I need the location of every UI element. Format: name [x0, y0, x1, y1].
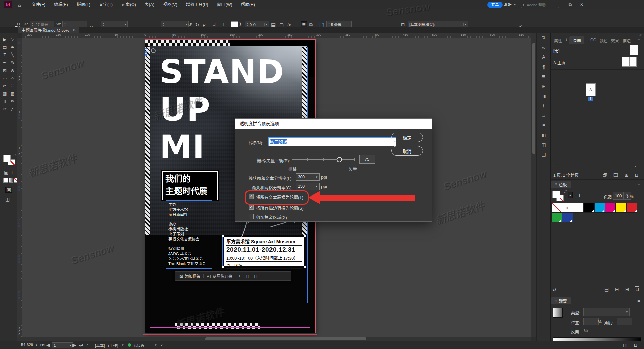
- preset-name-input[interactable]: 转曲预设: [268, 137, 396, 146]
- align-icon[interactable]: ⊞: [537, 82, 551, 91]
- preflight-preset[interactable]: [基本]: [95, 343, 105, 348]
- swatch-cyan[interactable]: [594, 203, 605, 213]
- tool-line[interactable]: ╲: [9, 51, 16, 59]
- tool-page[interactable]: ▤: [1, 43, 9, 51]
- scroll-left-icon[interactable]: ‹: [553, 165, 554, 168]
- tool-type[interactable]: T: [1, 51, 9, 59]
- tab-gradient[interactable]: ⇕渐变: [551, 297, 571, 304]
- presentation-mode-icon[interactable]: ◫: [5, 197, 10, 202]
- rotation-angle-field[interactable]: ▲▼▾: [161, 21, 189, 28]
- tab-properties[interactable]: 属性: [554, 38, 562, 43]
- fill-menu-chevron-icon[interactable]: ❯: [239, 22, 242, 26]
- tab-stroke[interactable]: 描边: [623, 38, 631, 43]
- new-color-group-icon[interactable]: ▤: [604, 287, 609, 292]
- gradient-thumbnail[interactable]: [553, 308, 563, 318]
- gradient-resolution-combo[interactable]: 150▾: [296, 183, 320, 190]
- apply-color-button[interactable]: [3, 178, 8, 183]
- anchor-handle[interactable]: [145, 54, 147, 56]
- rotate-cw-icon[interactable]: ↻: [195, 22, 199, 27]
- scale-x-field[interactable]: ▲▼▾: [101, 21, 128, 28]
- tool-hand[interactable]: ☞: [1, 105, 9, 113]
- corner-options-icon[interactable]: ⬓: [271, 22, 276, 27]
- tool-ellipse-frame[interactable]: ⊘: [9, 67, 16, 74]
- vertical-scrollbar[interactable]: [531, 33, 536, 337]
- tool-selection[interactable]: ▶: [1, 36, 9, 43]
- tab-swatches[interactable]: ⇕色板: [551, 181, 571, 188]
- page-thumbnail[interactable]: A: [586, 83, 596, 96]
- menu-item-edit[interactable]: 编辑(E): [50, 0, 72, 9]
- container-format-icon[interactable]: ▪: [568, 192, 573, 198]
- menu-item-file[interactable]: 文件(F): [27, 0, 50, 9]
- menu-item-layout[interactable]: 版面(L): [72, 0, 95, 9]
- delete-item-icon[interactable]: ⊔: [634, 343, 637, 347]
- master-none[interactable]: [无]: [553, 48, 560, 53]
- horizontal-scrollbar[interactable]: [17, 337, 531, 341]
- swatches-menu-icon[interactable]: ≡: [637, 183, 640, 187]
- swatch-blue[interactable]: [562, 213, 573, 222]
- effects-fx-icon[interactable]: fx: [287, 22, 291, 27]
- tool-note[interactable]: ▯: [1, 97, 9, 105]
- page-number-badge[interactable]: 1: [588, 97, 593, 101]
- search-input[interactable]: [526, 3, 554, 7]
- color-panel-icon[interactable]: ◧: [537, 130, 551, 140]
- tool-ellipse[interactable]: ○: [9, 74, 16, 82]
- restore-button[interactable]: ⧉: [566, 0, 575, 9]
- checkbox-convert-strokes-label[interactable]: 将所有描边转换为轮廓(S): [256, 205, 304, 211]
- zoom-chevron-icon[interactable]: ▾: [36, 344, 37, 347]
- workspace-label[interactable]: (工作): [108, 343, 118, 348]
- select-content-icon[interactable]: ⌹: [221, 22, 224, 27]
- object-styles-icon[interactable]: ◨: [537, 91, 551, 101]
- arrange-icon[interactable]: ⇅: [537, 33, 551, 43]
- effects-icon[interactable]: ƒ: [537, 101, 551, 111]
- close-button[interactable]: ✕: [577, 0, 586, 9]
- fill-color-proxy[interactable]: [3, 155, 11, 162]
- swatch-yellow[interactable]: [616, 203, 627, 213]
- swatch-registration[interactable]: ⌖: [562, 203, 573, 213]
- wrap-bounding-icon[interactable]: ⧉: [309, 22, 313, 27]
- stroke-panel-icon[interactable]: ≡: [537, 121, 551, 130]
- panel-menu-icon[interactable]: ≡: [637, 38, 640, 42]
- swap-fill-stroke-icon[interactable]: ⇄: [13, 154, 16, 157]
- pages-dock-icon[interactable]: ❏: [537, 150, 551, 160]
- menu-item-help[interactable]: 帮助(H): [237, 0, 259, 9]
- tool-rectangle[interactable]: ▭: [1, 74, 9, 82]
- tab-cc[interactable]: CC: [590, 38, 596, 42]
- vertical-ruler[interactable]: 050100150200250300350400: [17, 38, 22, 337]
- user-menu[interactable]: JOE: [504, 2, 512, 7]
- swatch-none[interactable]: [551, 203, 562, 213]
- tool-gradient-feather[interactable]: ▨: [9, 90, 16, 97]
- dialog-title[interactable]: 透明度拼合预设选项: [235, 119, 432, 129]
- gradient-reverse-icon[interactable]: ⧉: [584, 328, 588, 333]
- menu-item-object[interactable]: 对象(O): [117, 0, 140, 9]
- new-swatch-icon[interactable]: ⊞: [625, 287, 629, 292]
- anchor-handle[interactable]: [145, 48, 147, 49]
- tool-rectangle-frame[interactable]: ⊠: [1, 67, 9, 74]
- formatting-text-icon[interactable]: T: [11, 170, 14, 175]
- collapse-panels-icon[interactable]: »: [639, 32, 642, 37]
- ok-button[interactable]: 确定: [391, 133, 423, 142]
- gradient-type-combo[interactable]: ▾: [583, 308, 630, 316]
- gradient-menu-icon[interactable]: ≡: [637, 299, 640, 304]
- tool-free-transform[interactable]: ⛶: [9, 82, 16, 90]
- gradient-angle-field[interactable]: [617, 318, 632, 325]
- cancel-button[interactable]: 取消: [391, 146, 423, 156]
- links-icon[interactable]: ∞: [537, 43, 551, 52]
- tool-gradient-swatch[interactable]: ▩: [1, 90, 9, 97]
- page-number-field[interactable]: 1▾: [52, 342, 73, 348]
- tool-pencil[interactable]: ✎: [9, 59, 16, 67]
- swatch-paper[interactable]: [573, 203, 584, 213]
- paragraph-icon[interactable]: ¶: [537, 62, 551, 72]
- create-page-icon[interactable]: 🗔: [613, 173, 618, 177]
- swatch-black[interactable]: [584, 203, 594, 213]
- tool-direct-selection[interactable]: ▷: [9, 36, 16, 43]
- tab-color[interactable]: 颜色: [600, 38, 608, 43]
- corner-shape-icon[interactable]: ▢: [279, 22, 284, 27]
- tab-effects[interactable]: 效果: [611, 38, 619, 43]
- character-icon[interactable]: A: [537, 52, 551, 62]
- frame-edge-icon[interactable]: ⬚: [319, 22, 324, 27]
- swatch-green[interactable]: [551, 213, 562, 222]
- text-format-icon[interactable]: T: [578, 193, 581, 198]
- menu-item-window[interactable]: 窗口(W): [213, 0, 237, 9]
- balance-slider[interactable]: [292, 159, 355, 160]
- delete-swatch-icon[interactable]: ⊔: [635, 287, 639, 292]
